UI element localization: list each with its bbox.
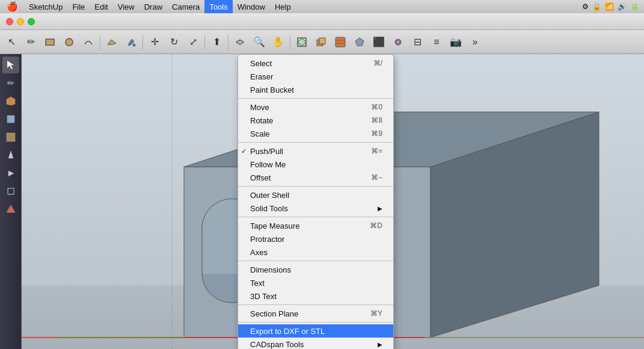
menu-move-shortcut: ⌘0 <box>371 103 382 111</box>
menubar-camera[interactable]: Camera <box>167 0 204 13</box>
group-btn[interactable] <box>312 33 330 51</box>
style-btn[interactable] <box>351 33 369 51</box>
sidebar-select[interactable] <box>2 57 19 73</box>
menu-push-pull[interactable]: ✓ Push/Pull ⌘= <box>238 144 393 158</box>
sidebar-pushpull[interactable] <box>2 147 19 164</box>
minimize-button[interactable] <box>17 18 24 25</box>
menu-section-plane[interactable]: Section Plane ⌘Y <box>238 307 393 320</box>
layers-btn[interactable]: ≡ <box>428 33 446 51</box>
menu-sep-6 <box>238 304 393 305</box>
title-bar <box>0 13 644 30</box>
menu-section-plane-label: Section Plane <box>250 309 298 318</box>
paint-bucket-btn[interactable] <box>122 33 140 51</box>
menu-text[interactable]: Text <box>238 276 393 289</box>
svg-marker-6 <box>298 39 305 46</box>
sidebar-surface[interactable] <box>2 93 19 110</box>
move-tool-btn[interactable]: ✛ <box>146 33 164 51</box>
circle-tool-btn[interactable] <box>60 33 78 51</box>
shadow-btn[interactable]: ⬛ <box>370 33 388 51</box>
menu-solid-tools[interactable]: Solid Tools ▶ <box>238 202 393 215</box>
menu-tape-measure[interactable]: Tape Measure ⌘D <box>238 219 393 232</box>
menubar: 🍎 SketchUp File Edit View Draw Camera To… <box>0 0 644 13</box>
menubar-sketchup[interactable]: SketchUp <box>24 0 67 13</box>
svg-marker-21 <box>8 151 13 158</box>
solid-tools-arrow: ▶ <box>378 205 382 212</box>
menubar-view[interactable]: View <box>113 0 140 13</box>
svg-marker-12 <box>355 38 364 46</box>
menu-cadspan[interactable]: CADspan Tools ▶ <box>238 338 393 349</box>
orbit-btn[interactable] <box>231 33 249 51</box>
menu-sep-3 <box>238 186 393 187</box>
apple-menu[interactable]: 🍎 <box>0 1 24 12</box>
sidebar-texture[interactable] <box>2 129 19 146</box>
menubar-help[interactable]: Help <box>270 0 296 13</box>
canvas-area: Select ⌘/ Eraser Paint Bucket Move ⌘0 Ro… <box>22 54 644 349</box>
menu-scale[interactable]: Scale ⌘9 <box>238 127 393 140</box>
pencil-tool-btn[interactable]: ✏ <box>22 33 40 51</box>
menu-paint-bucket[interactable]: Paint Bucket <box>238 83 393 96</box>
menu-3d-text-label: 3D Text <box>250 292 277 301</box>
menu-rotate[interactable]: Rotate ⌘8 <box>238 114 393 127</box>
menu-move[interactable]: Move ⌘0 <box>238 100 393 114</box>
section-btn[interactable]: ⊟ <box>408 33 426 51</box>
material-btn[interactable] <box>331 33 349 51</box>
scale-tool-btn[interactable]: ⤢ <box>184 33 202 51</box>
pan-btn[interactable]: ✋ <box>269 33 287 51</box>
fog-btn[interactable] <box>389 33 407 51</box>
menu-sep-5 <box>238 261 393 261</box>
menu-select-label: Select <box>250 59 272 68</box>
menu-axes-label: Axes <box>250 248 268 257</box>
menu-cadspan-label: CADspan Tools <box>250 340 304 349</box>
scenes-btn[interactable]: 📷 <box>447 33 465 51</box>
menu-export-dxf[interactable]: Export to DXF or STL <box>238 324 393 338</box>
sidebar-component[interactable] <box>2 111 19 128</box>
svg-point-1 <box>66 39 73 46</box>
menu-axes[interactable]: Axes <box>238 246 393 259</box>
menu-solid-tools-label: Solid Tools <box>250 204 288 213</box>
menubar-draw[interactable]: Draw <box>140 0 167 13</box>
menu-outer-shell[interactable]: Outer Shell <box>238 188 393 202</box>
menu-sep-2 <box>238 142 393 143</box>
eraser-tool-btn[interactable] <box>103 33 121 51</box>
menu-follow-me[interactable]: Follow Me <box>238 158 393 171</box>
menu-sep-1 <box>238 98 393 99</box>
sidebar-extra[interactable] <box>2 201 19 218</box>
menu-offset[interactable]: Offset ⌘− <box>238 171 393 184</box>
menubar-tools[interactable]: Tools <box>204 0 232 13</box>
menu-rotate-label: Rotate <box>250 116 273 125</box>
zoom-btn[interactable]: 🔍 <box>250 33 268 51</box>
sidebar-rotate[interactable] <box>2 165 19 182</box>
more-btn[interactable]: » <box>466 33 484 51</box>
sidebar-scale[interactable] <box>2 183 19 200</box>
close-button[interactable] <box>6 18 13 25</box>
menu-move-label: Move <box>250 103 269 112</box>
menu-protractor[interactable]: Protractor <box>238 232 393 246</box>
svg-marker-15 <box>7 61 14 69</box>
menubar-edit[interactable]: Edit <box>90 0 112 13</box>
select-tool-btn[interactable]: ↖ <box>2 33 20 51</box>
app-window: ↖ ✏ ✛ ↻ ⤢ ⬆ <box>0 13 644 349</box>
push-pull-btn[interactable]: ⬆ <box>207 33 225 51</box>
menu-sep-7 <box>238 322 393 323</box>
menu-section-plane-shortcut: ⌘Y <box>370 309 382 318</box>
menu-3d-text[interactable]: 3D Text <box>238 289 393 303</box>
menu-push-pull-label: Push/Pull <box>250 147 283 156</box>
maximize-button[interactable] <box>28 18 35 25</box>
menu-protractor-label: Protractor <box>250 235 284 244</box>
app-body: ✏ <box>0 54 644 349</box>
menu-offset-shortcut: ⌘− <box>371 173 382 182</box>
menubar-file[interactable]: File <box>67 0 90 13</box>
menu-eraser[interactable]: Eraser <box>238 70 393 83</box>
sidebar-pencil[interactable]: ✏ <box>2 75 19 91</box>
cadspan-arrow: ▶ <box>378 341 382 348</box>
menubar-window[interactable]: Window <box>233 0 270 13</box>
menu-dimensions[interactable]: Dimensions <box>238 263 393 276</box>
left-sidebar: ✏ <box>0 54 22 349</box>
rotate-tool-btn[interactable]: ↻ <box>165 33 183 51</box>
rectangle-tool-btn[interactable] <box>41 33 59 51</box>
menu-select[interactable]: Select ⌘/ <box>238 57 393 70</box>
menu-tape-shortcut: ⌘D <box>370 221 382 230</box>
svg-rect-8 <box>319 38 325 44</box>
component-btn[interactable] <box>293 33 311 51</box>
arc-tool-btn[interactable] <box>79 33 97 51</box>
